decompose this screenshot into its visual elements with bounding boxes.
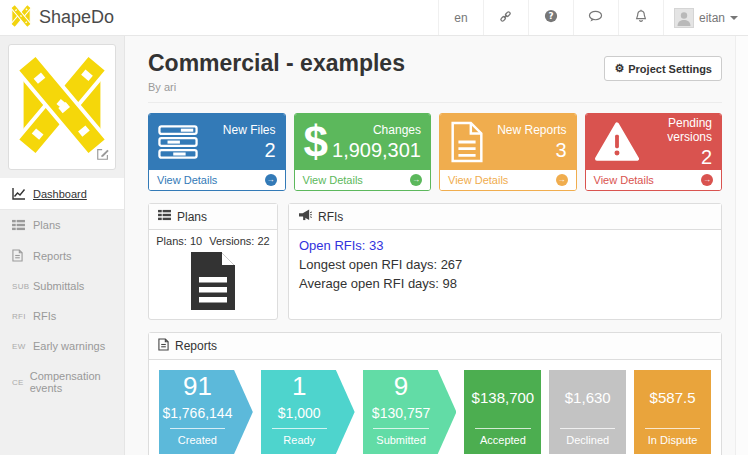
navbar-menu: en ? <box>438 0 748 35</box>
reports-panel: Reports 91 $1,766,144 Created 1 $1,000 R… <box>148 332 722 455</box>
versions-count: Versions: 22 <box>209 235 270 247</box>
stage-label: Accepted <box>480 434 526 446</box>
file-icon <box>158 338 169 354</box>
longest-open-rfi: Longest open RFI days: 267 <box>299 256 711 275</box>
view-details-link[interactable]: View Details → <box>586 170 722 190</box>
language-label: en <box>454 11 467 25</box>
plans-panel-title: Plans <box>177 210 207 224</box>
project-settings-button[interactable]: ⚙ Project Settings <box>604 56 722 81</box>
help-button[interactable]: ? <box>528 0 573 35</box>
file-text-icon <box>449 121 495 163</box>
brand-name: ShapeDo <box>39 7 114 28</box>
average-open-rfi: Average open RFI days: 98 <box>299 275 711 294</box>
gear-icon: ⚙ <box>614 62 624 75</box>
arrow-circle-right-icon: → <box>556 174 568 186</box>
reports-panel-header: Reports <box>149 333 721 360</box>
link-button[interactable] <box>483 0 528 35</box>
stage-amount: $587.5 <box>650 389 696 406</box>
sidebar-item-label: Submittals <box>33 280 84 292</box>
rfis-panel: RFIs Open RFIs: 33 Longest open RFI days… <box>288 203 722 320</box>
stat-cards-row: New Files 2 View Details → $ Changes <box>148 113 722 191</box>
arrow-circle-right-icon: → <box>410 174 422 186</box>
brand-home-link[interactable]: ShapeDo <box>0 0 114 35</box>
report-stage-in-dispute: $587.5 In Dispute <box>634 370 711 454</box>
stage-label: Submitted <box>376 434 426 446</box>
stage-divider <box>475 428 530 429</box>
user-name: eitan <box>699 11 725 25</box>
stage-divider <box>170 428 225 429</box>
stage-divider <box>560 428 615 429</box>
stage-label: Declined <box>566 434 609 446</box>
list-icon <box>158 209 171 224</box>
sidebar-item-label: Dashboard <box>33 188 87 200</box>
link-icon <box>498 9 513 27</box>
sidebar-item-reports[interactable]: Reports <box>0 240 124 271</box>
view-details-link[interactable]: View Details → <box>440 170 576 190</box>
view-details-link[interactable]: View Details → <box>149 170 285 190</box>
chat-icon <box>588 10 603 26</box>
view-details-label: View Details <box>157 174 217 186</box>
chat-button[interactable] <box>573 0 618 35</box>
stat-card-value: 3 <box>495 139 567 162</box>
plans-count: Plans: 10 <box>156 235 202 247</box>
stage-divider <box>272 428 327 429</box>
stage-label: Created <box>178 434 217 446</box>
user-menu[interactable]: eitan <box>663 0 748 35</box>
stat-card-value: 2 <box>641 146 713 169</box>
plans-panel-header: Plans <box>149 204 277 230</box>
report-stage-created: 91 $1,766,144 Created <box>159 370 253 454</box>
early-warnings-prefix-icon: EW <box>12 342 27 351</box>
sidebar-item-label: Early warnings <box>33 340 105 352</box>
tasks-icon <box>158 124 204 160</box>
bell-icon <box>634 9 648 27</box>
user-avatar <box>674 8 694 28</box>
list-icon <box>12 219 27 231</box>
stat-card-value: 1,909,301 <box>332 139 421 162</box>
svg-text:?: ? <box>548 11 553 21</box>
report-stage-declined: $1,630 Declined <box>549 370 626 454</box>
stat-card-label: New Files <box>204 123 276 137</box>
edit-logo-icon[interactable] <box>96 147 110 165</box>
project-logo-image <box>14 57 110 157</box>
top-navbar: ShapeDo en ? <box>0 0 748 36</box>
stat-card-value: 2 <box>204 139 276 162</box>
line-chart-icon <box>12 187 27 200</box>
rfis-prefix-icon: RFI <box>12 312 27 321</box>
shapedo-logo-icon <box>10 5 32 31</box>
report-stage-accepted: $138,700 Accepted <box>464 370 541 454</box>
open-rfis-link[interactable]: Open RFIs: 33 <box>299 237 711 256</box>
sidebar: Dashboard Plans Reports <box>0 36 125 455</box>
stage-amount: $1,630 <box>565 389 611 406</box>
report-stage-ready: 1 $1,000 Ready <box>261 370 355 454</box>
stage-amount: $1,000 <box>278 405 321 421</box>
sidebar-item-dashboard[interactable]: Dashboard <box>0 178 124 210</box>
sidebar-item-early-warnings[interactable]: EW Early warnings <box>0 331 124 361</box>
notifications-button[interactable] <box>618 0 663 35</box>
stage-amount: $130,757 <box>372 405 430 421</box>
stage-label: Ready <box>283 434 315 446</box>
compensation-events-prefix-icon: CE <box>12 378 24 387</box>
stage-label: In Dispute <box>648 434 698 446</box>
report-stage-submitted: 9 $130,757 Submitted <box>363 370 457 454</box>
main-content: Commercial - examples By ari ⚙ Project S… <box>125 36 735 455</box>
stage-amount: $138,700 <box>472 389 535 406</box>
sidebar-item-compensation-events[interactable]: CE Compensation events <box>0 361 124 403</box>
dollar-icon: $ <box>304 120 333 164</box>
project-logo-card <box>8 44 116 170</box>
caret-down-icon <box>730 16 738 20</box>
stat-card-pending-versions: Pending versions 2 View Details → <box>585 113 723 191</box>
scrollbar-track[interactable] <box>735 36 748 455</box>
help-icon: ? <box>544 9 558 26</box>
header-divider <box>148 102 722 103</box>
rfis-panel-title: RFIs <box>318 210 343 224</box>
view-details-link[interactable]: View Details → <box>295 170 431 190</box>
sidebar-item-submittals[interactable]: SUB Submittals <box>0 271 124 301</box>
sidebar-item-rfis[interactable]: RFI RFIs <box>0 301 124 331</box>
page-title: Commercial - examples <box>148 50 405 77</box>
document-icon <box>184 298 242 315</box>
sidebar-item-plans[interactable]: Plans <box>0 210 124 240</box>
view-details-label: View Details <box>303 174 363 186</box>
stat-card-changes: $ Changes 1,909,301 View Details → <box>294 113 432 191</box>
view-details-label: View Details <box>594 174 654 186</box>
language-selector[interactable]: en <box>438 0 483 35</box>
